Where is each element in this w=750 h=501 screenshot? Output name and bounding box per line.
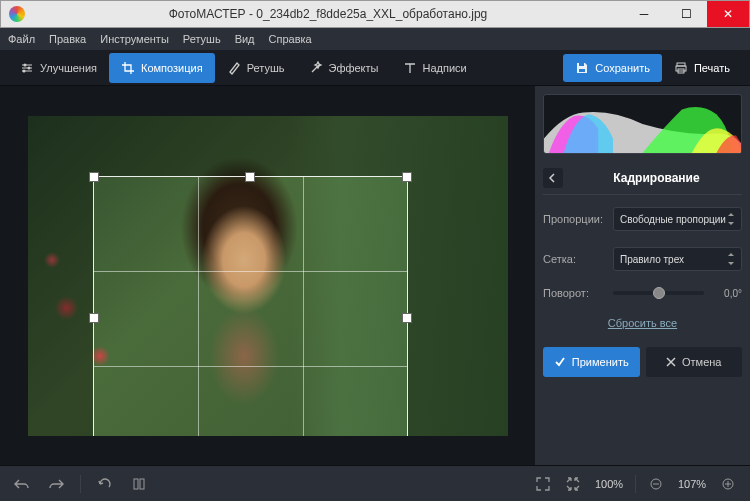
svg-point-1 — [28, 66, 31, 69]
grid-label: Сетка: — [543, 253, 605, 265]
zoom-fit-value: 100% — [593, 478, 625, 490]
crop-icon — [121, 61, 135, 75]
ratio-select[interactable]: Свободные пропорции — [613, 207, 742, 231]
menu-view[interactable]: Вид — [235, 33, 255, 45]
chevron-left-icon — [548, 173, 558, 183]
tab-retouch[interactable]: Ретушь — [215, 53, 297, 83]
text-icon — [403, 61, 417, 75]
back-button[interactable] — [543, 168, 563, 188]
crop-handle-top-right[interactable] — [402, 172, 412, 182]
panel-title: Кадрирование — [571, 171, 742, 185]
svg-rect-7 — [134, 479, 138, 489]
window-title: ФотоМАСТЕР - 0_234db2_f8dde25a_XXL_обраб… — [33, 7, 623, 21]
grid-value: Правило трех — [620, 254, 684, 265]
save-label: Сохранить — [595, 62, 650, 74]
tab-label: Улучшения — [40, 62, 97, 74]
statusbar: 100% 107% — [0, 465, 750, 501]
tab-compose[interactable]: Композиция — [109, 53, 215, 83]
wand-icon — [309, 61, 323, 75]
zoom-in-button[interactable] — [718, 474, 738, 494]
rotate-label: Поворот: — [543, 287, 605, 299]
cancel-button[interactable]: Отмена — [646, 347, 743, 377]
photo-preview — [28, 116, 508, 436]
crop-handle-top-left[interactable] — [89, 172, 99, 182]
print-label: Печать — [694, 62, 730, 74]
menu-tools[interactable]: Инструменты — [100, 33, 169, 45]
cancel-label: Отмена — [682, 356, 721, 368]
side-panel: Кадрирование Пропорции: Свободные пропор… — [535, 86, 750, 465]
redo-button[interactable] — [46, 474, 66, 494]
menu-help[interactable]: Справка — [269, 33, 312, 45]
tab-label: Композиция — [141, 62, 203, 74]
tab-text[interactable]: Надписи — [391, 53, 479, 83]
histogram — [543, 94, 742, 154]
tab-effects[interactable]: Эффекты — [297, 53, 391, 83]
ratio-value: Свободные пропорции — [620, 214, 726, 225]
menu-file[interactable]: Файл — [8, 33, 35, 45]
print-icon — [674, 61, 688, 75]
revert-button[interactable] — [95, 474, 115, 494]
maximize-button[interactable]: ☐ — [665, 1, 707, 27]
zoom-out-button[interactable] — [646, 474, 666, 494]
grid-select[interactable]: Правило трех — [613, 247, 742, 271]
menubar: Файл Правка Инструменты Ретушь Вид Справ… — [0, 28, 750, 50]
close-button[interactable]: ✕ — [707, 1, 749, 27]
undo-button[interactable] — [12, 474, 32, 494]
actual-size-button[interactable] — [563, 474, 583, 494]
rotate-value: 0,0° — [712, 288, 742, 299]
fit-screen-button[interactable] — [533, 474, 553, 494]
updown-icon — [727, 213, 735, 225]
app-icon — [9, 6, 25, 22]
toolbar: Улучшения Композиция Ретушь Эффекты Надп… — [0, 50, 750, 86]
svg-rect-3 — [579, 69, 585, 72]
slider-thumb[interactable] — [653, 287, 665, 299]
tab-label: Эффекты — [329, 62, 379, 74]
history-button[interactable] — [129, 474, 149, 494]
zoom-current-value: 107% — [676, 478, 708, 490]
apply-button[interactable]: Применить — [543, 347, 640, 377]
tab-label: Ретушь — [247, 62, 285, 74]
svg-point-0 — [24, 63, 27, 66]
minimize-button[interactable]: ─ — [623, 1, 665, 27]
crop-box[interactable] — [93, 176, 408, 436]
tab-improve[interactable]: Улучшения — [8, 53, 109, 83]
canvas-area[interactable] — [0, 86, 535, 465]
titlebar: ФотоМАСТЕР - 0_234db2_f8dde25a_XXL_обраб… — [0, 0, 750, 28]
reset-link[interactable]: Сбросить все — [543, 311, 742, 335]
crop-handle-right[interactable] — [402, 313, 412, 323]
apply-label: Применить — [572, 356, 629, 368]
crop-handle-top[interactable] — [245, 172, 255, 182]
rotate-slider[interactable] — [613, 291, 704, 295]
check-icon — [554, 356, 566, 368]
svg-point-2 — [23, 69, 26, 72]
updown-icon — [727, 253, 735, 265]
menu-retouch[interactable]: Ретушь — [183, 33, 221, 45]
sliders-icon — [20, 61, 34, 75]
menu-edit[interactable]: Правка — [49, 33, 86, 45]
print-button[interactable]: Печать — [662, 54, 742, 82]
ratio-label: Пропорции: — [543, 213, 605, 225]
tab-label: Надписи — [423, 62, 467, 74]
svg-rect-8 — [140, 479, 144, 489]
save-button[interactable]: Сохранить — [563, 54, 662, 82]
brush-icon — [227, 61, 241, 75]
crop-handle-left[interactable] — [89, 313, 99, 323]
save-icon — [575, 61, 589, 75]
x-icon — [666, 357, 676, 367]
